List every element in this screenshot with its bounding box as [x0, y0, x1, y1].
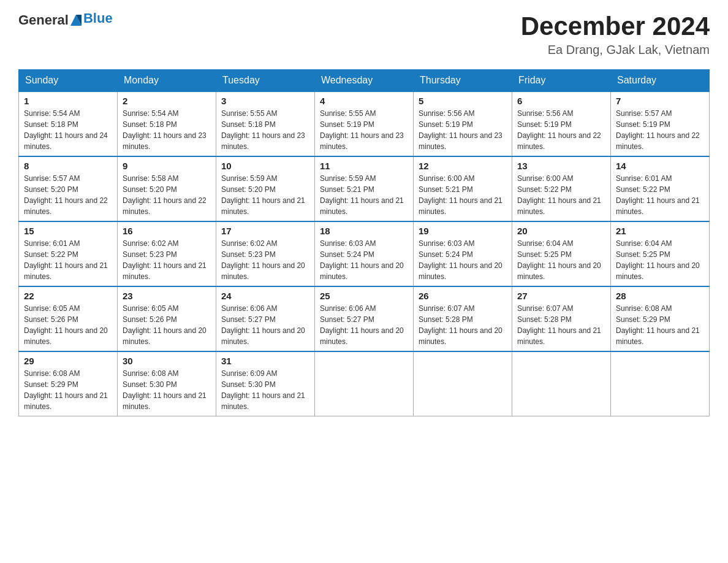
day-number: 8	[24, 161, 112, 171]
day-number: 14	[616, 161, 704, 171]
calendar-day-cell: 25Sunrise: 6:06 AMSunset: 5:27 PMDayligh…	[315, 286, 414, 351]
day-number: 17	[221, 226, 309, 236]
calendar-day-cell: 31Sunrise: 6:09 AMSunset: 5:30 PMDayligh…	[216, 351, 315, 416]
day-number: 3	[221, 96, 309, 106]
calendar-week-row: 22Sunrise: 6:05 AMSunset: 5:26 PMDayligh…	[19, 286, 710, 351]
calendar-day-cell: 15Sunrise: 6:01 AMSunset: 5:22 PMDayligh…	[19, 221, 118, 286]
day-of-week-header: Monday	[118, 70, 216, 92]
day-of-week-header: Friday	[512, 70, 611, 92]
day-number: 22	[24, 291, 112, 301]
day-number: 9	[123, 161, 211, 171]
calendar-day-cell: 28Sunrise: 6:08 AMSunset: 5:29 PMDayligh…	[611, 286, 710, 351]
page-header: General Blue December 2024 Ea Drang, GJa…	[18, 12, 710, 57]
day-info: Sunrise: 6:06 AMSunset: 5:27 PMDaylight:…	[221, 303, 309, 347]
calendar-day-cell: 20Sunrise: 6:04 AMSunset: 5:25 PMDayligh…	[512, 221, 611, 286]
day-info: Sunrise: 6:07 AMSunset: 5:28 PMDaylight:…	[419, 303, 507, 347]
calendar-day-cell: 9Sunrise: 5:58 AMSunset: 5:20 PMDaylight…	[118, 156, 216, 221]
day-number: 27	[517, 291, 605, 301]
day-info: Sunrise: 6:09 AMSunset: 5:30 PMDaylight:…	[221, 368, 309, 412]
day-number: 21	[616, 226, 704, 236]
day-info: Sunrise: 5:54 AMSunset: 5:18 PMDaylight:…	[123, 108, 211, 152]
calendar-day-cell: 14Sunrise: 6:01 AMSunset: 5:22 PMDayligh…	[611, 156, 710, 221]
calendar-day-cell: 18Sunrise: 6:03 AMSunset: 5:24 PMDayligh…	[315, 221, 414, 286]
calendar-day-cell: 6Sunrise: 5:56 AMSunset: 5:19 PMDaylight…	[512, 91, 611, 156]
day-info: Sunrise: 5:57 AMSunset: 5:20 PMDaylight:…	[24, 173, 112, 217]
day-of-week-header: Saturday	[611, 70, 710, 92]
day-of-week-header: Tuesday	[216, 70, 315, 92]
day-number: 7	[616, 96, 704, 106]
calendar-day-cell: 7Sunrise: 5:57 AMSunset: 5:19 PMDaylight…	[611, 91, 710, 156]
day-number: 24	[221, 291, 309, 301]
day-info: Sunrise: 5:59 AMSunset: 5:21 PMDaylight:…	[320, 173, 408, 217]
calendar-day-cell: 16Sunrise: 6:02 AMSunset: 5:23 PMDayligh…	[118, 221, 216, 286]
calendar-day-cell: 2Sunrise: 5:54 AMSunset: 5:18 PMDaylight…	[118, 91, 216, 156]
day-info: Sunrise: 6:03 AMSunset: 5:24 PMDaylight:…	[419, 238, 507, 282]
calendar-day-cell: 11Sunrise: 5:59 AMSunset: 5:21 PMDayligh…	[315, 156, 414, 221]
day-info: Sunrise: 6:01 AMSunset: 5:22 PMDaylight:…	[616, 173, 704, 217]
day-of-week-header: Thursday	[414, 70, 512, 92]
month-year-title: December 2024	[521, 12, 710, 40]
logo-text-blue: Blue	[83, 10, 113, 26]
calendar-header: SundayMondayTuesdayWednesdayThursdayFrid…	[19, 70, 710, 92]
logo-icon	[69, 13, 83, 27]
calendar-day-cell: 5Sunrise: 5:56 AMSunset: 5:19 PMDaylight…	[414, 91, 512, 156]
day-number: 11	[320, 161, 408, 171]
day-number: 25	[320, 291, 408, 301]
day-number: 23	[123, 291, 211, 301]
day-info: Sunrise: 5:55 AMSunset: 5:18 PMDaylight:…	[221, 108, 309, 152]
day-number: 29	[24, 356, 112, 366]
day-number: 4	[320, 96, 408, 106]
day-number: 6	[517, 96, 605, 106]
day-info: Sunrise: 6:08 AMSunset: 5:29 PMDaylight:…	[616, 303, 704, 347]
day-number: 26	[419, 291, 507, 301]
calendar-week-row: 8Sunrise: 5:57 AMSunset: 5:20 PMDaylight…	[19, 156, 710, 221]
day-number: 30	[123, 356, 211, 366]
day-number: 12	[419, 161, 507, 171]
day-number: 20	[517, 226, 605, 236]
calendar-day-cell: 13Sunrise: 6:00 AMSunset: 5:22 PMDayligh…	[512, 156, 611, 221]
day-info: Sunrise: 6:02 AMSunset: 5:23 PMDaylight:…	[221, 238, 309, 282]
day-info: Sunrise: 5:57 AMSunset: 5:19 PMDaylight:…	[616, 108, 704, 152]
calendar-day-cell: 21Sunrise: 6:04 AMSunset: 5:25 PMDayligh…	[611, 221, 710, 286]
logo-text-general: General	[18, 12, 69, 28]
days-of-week-row: SundayMondayTuesdayWednesdayThursdayFrid…	[19, 70, 710, 92]
calendar-day-cell: 23Sunrise: 6:05 AMSunset: 5:26 PMDayligh…	[118, 286, 216, 351]
day-info: Sunrise: 6:04 AMSunset: 5:25 PMDaylight:…	[517, 238, 605, 282]
day-info: Sunrise: 6:04 AMSunset: 5:25 PMDaylight:…	[616, 238, 704, 282]
calendar-day-cell: 30Sunrise: 6:08 AMSunset: 5:30 PMDayligh…	[118, 351, 216, 416]
day-info: Sunrise: 6:06 AMSunset: 5:27 PMDaylight:…	[320, 303, 408, 347]
day-info: Sunrise: 6:03 AMSunset: 5:24 PMDaylight:…	[320, 238, 408, 282]
calendar-day-cell	[611, 351, 710, 416]
day-info: Sunrise: 6:01 AMSunset: 5:22 PMDaylight:…	[24, 238, 112, 282]
day-number: 15	[24, 226, 112, 236]
day-info: Sunrise: 6:00 AMSunset: 5:21 PMDaylight:…	[419, 173, 507, 217]
day-number: 16	[123, 226, 211, 236]
day-info: Sunrise: 6:02 AMSunset: 5:23 PMDaylight:…	[123, 238, 211, 282]
calendar-day-cell: 24Sunrise: 6:06 AMSunset: 5:27 PMDayligh…	[216, 286, 315, 351]
calendar-day-cell: 29Sunrise: 6:08 AMSunset: 5:29 PMDayligh…	[19, 351, 118, 416]
day-number: 1	[24, 96, 112, 106]
calendar-day-cell: 1Sunrise: 5:54 AMSunset: 5:18 PMDaylight…	[19, 91, 118, 156]
day-number: 31	[221, 356, 309, 366]
calendar-day-cell: 4Sunrise: 5:55 AMSunset: 5:19 PMDaylight…	[315, 91, 414, 156]
calendar-day-cell: 26Sunrise: 6:07 AMSunset: 5:28 PMDayligh…	[414, 286, 512, 351]
calendar-week-row: 15Sunrise: 6:01 AMSunset: 5:22 PMDayligh…	[19, 221, 710, 286]
location-subtitle: Ea Drang, GJak Lak, Vietnam	[521, 43, 710, 57]
day-of-week-header: Sunday	[19, 70, 118, 92]
calendar-week-row: 1Sunrise: 5:54 AMSunset: 5:18 PMDaylight…	[19, 91, 710, 156]
day-info: Sunrise: 6:00 AMSunset: 5:22 PMDaylight:…	[517, 173, 605, 217]
day-info: Sunrise: 5:56 AMSunset: 5:19 PMDaylight:…	[517, 108, 605, 152]
day-info: Sunrise: 6:07 AMSunset: 5:28 PMDaylight:…	[517, 303, 605, 347]
day-info: Sunrise: 5:58 AMSunset: 5:20 PMDaylight:…	[123, 173, 211, 217]
day-number: 2	[123, 96, 211, 106]
day-info: Sunrise: 6:05 AMSunset: 5:26 PMDaylight:…	[123, 303, 211, 347]
calendar-table: SundayMondayTuesdayWednesdayThursdayFrid…	[18, 69, 710, 416]
day-info: Sunrise: 6:08 AMSunset: 5:30 PMDaylight:…	[123, 368, 211, 412]
calendar-day-cell	[512, 351, 611, 416]
day-of-week-header: Wednesday	[315, 70, 414, 92]
calendar-day-cell: 17Sunrise: 6:02 AMSunset: 5:23 PMDayligh…	[216, 221, 315, 286]
day-info: Sunrise: 6:08 AMSunset: 5:29 PMDaylight:…	[24, 368, 112, 412]
calendar-week-row: 29Sunrise: 6:08 AMSunset: 5:29 PMDayligh…	[19, 351, 710, 416]
day-number: 28	[616, 291, 704, 301]
day-info: Sunrise: 5:55 AMSunset: 5:19 PMDaylight:…	[320, 108, 408, 152]
